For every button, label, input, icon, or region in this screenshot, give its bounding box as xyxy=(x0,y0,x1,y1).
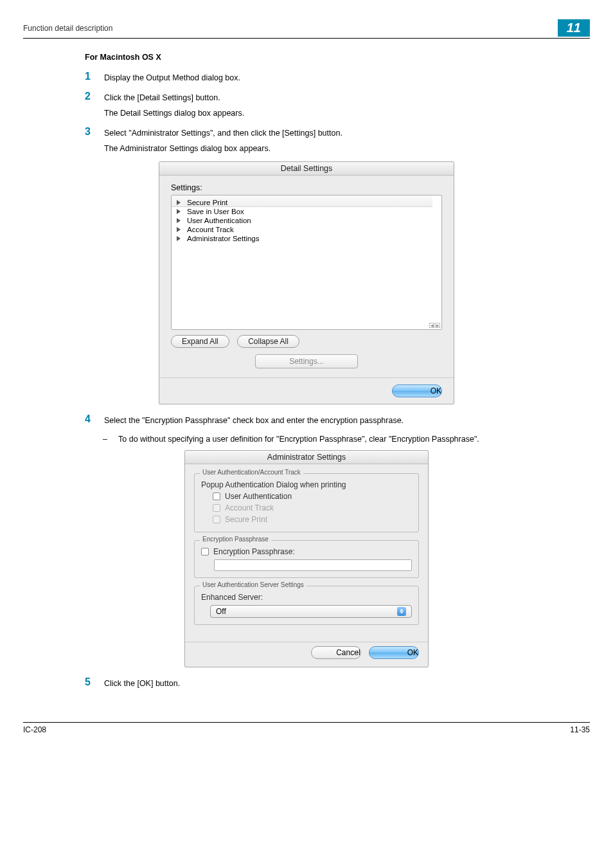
disclosure-triangle-icon xyxy=(177,209,181,214)
step-text: Click the [OK] button. xyxy=(104,676,180,690)
checkbox-icon[interactable] xyxy=(201,548,209,556)
list-item-secure-print[interactable]: Secure Print xyxy=(172,198,441,207)
list-item-label: User Authentication xyxy=(187,217,251,224)
fieldset-user-auth: User Authentication/Account Track Popup … xyxy=(194,473,419,532)
enhanced-server-label: Enhanced Server: xyxy=(201,592,412,603)
settings-listbox[interactable]: Secure Print Save in User Box User Authe… xyxy=(171,195,442,330)
collapse-all-button[interactable]: Collapse All xyxy=(237,335,299,348)
enc-passphrase-checkbox-row[interactable]: Encryption Passphrase: xyxy=(201,546,412,557)
subbullet-text: To do without specifying a user definiti… xyxy=(118,433,479,446)
list-item-user-auth[interactable]: User Authentication xyxy=(172,216,441,225)
list-item-label: Save in User Box xyxy=(187,208,244,215)
list-item-label: Secure Print xyxy=(187,199,227,206)
header-section-label: Function detail description xyxy=(23,24,112,33)
step-number: 4 xyxy=(85,413,104,425)
fieldset-legend: User Authentication/Account Track xyxy=(200,469,303,476)
enhanced-server-select[interactable]: Off xyxy=(210,605,412,618)
ok-button[interactable]: OK xyxy=(392,384,442,397)
step-text-line2: The Detail Settings dialog box appears. xyxy=(104,107,244,120)
list-item-label: Account Track xyxy=(187,226,234,233)
disclosure-triangle-icon xyxy=(177,218,181,223)
step-number: 5 xyxy=(85,676,104,688)
dash: – xyxy=(103,433,118,446)
checkbox-label: Account Track xyxy=(225,503,274,512)
checkbox-label: Secure Print xyxy=(225,515,267,524)
settings-button[interactable]: Settings... xyxy=(255,354,358,368)
dialog-title: Administrator Settings xyxy=(185,451,428,464)
list-item-admin-settings[interactable]: Administrator Settings xyxy=(172,234,441,243)
checkbox-label: User Authentication xyxy=(225,492,292,501)
step-number: 1 xyxy=(85,71,104,82)
expand-all-button[interactable]: Expand All xyxy=(171,335,229,348)
disclosure-triangle-icon xyxy=(177,200,181,205)
page-footer: IC-208 11-35 xyxy=(23,722,590,734)
step-text-line1: Click the [Detail Settings] button. xyxy=(104,92,244,104)
step-4-subbullet: – To do without specifying a user defini… xyxy=(103,433,553,446)
step-4: 4 Select the "Encryption Passphrase" che… xyxy=(85,413,613,427)
step-number: 2 xyxy=(85,91,104,102)
chevron-updown-icon xyxy=(397,607,406,616)
footer-right: 11-35 xyxy=(570,725,590,734)
checkbox-icon xyxy=(213,516,220,523)
step-2: 2 Click the [Detail Settings] button. Th… xyxy=(85,91,613,120)
step-text: Display the Output Method dialog box. xyxy=(104,71,240,84)
step-number: 3 xyxy=(85,126,104,138)
step-5: 5 Click the [OK] button. xyxy=(85,676,613,690)
list-item-account-track[interactable]: Account Track xyxy=(172,225,441,234)
account-track-checkbox-row: Account Track xyxy=(201,502,412,514)
detail-settings-dialog: Detail Settings Settings: Secure Print S… xyxy=(159,161,454,404)
checkbox-label: Encryption Passphrase: xyxy=(213,547,295,556)
step-1: 1 Display the Output Method dialog box. xyxy=(85,71,613,84)
step-3: 3 Select "Administrator Settings", and t… xyxy=(85,126,613,155)
footer-left: IC-208 xyxy=(23,725,46,734)
popup-auth-label: Popup Authentication Dialog when printin… xyxy=(201,479,412,491)
checkbox-icon[interactable] xyxy=(213,493,220,500)
fieldset-encryption: Encryption Passphrase Encryption Passphr… xyxy=(194,540,419,578)
disclosure-triangle-icon xyxy=(177,227,181,232)
dialog-title: Detail Settings xyxy=(159,162,454,176)
step-text-line1: Select "Administrator Settings", and the… xyxy=(104,127,342,140)
checkbox-icon xyxy=(213,504,220,512)
enc-passphrase-input[interactable] xyxy=(214,559,412,571)
chapter-badge: 11 xyxy=(558,19,590,37)
admin-settings-dialog: Administrator Settings User Authenticati… xyxy=(184,450,429,667)
disclosure-triangle-icon xyxy=(177,236,181,241)
list-item-label: Administrator Settings xyxy=(187,235,260,242)
fieldset-legend: User Authentication Server Settings xyxy=(200,581,306,588)
secure-print-checkbox-row: Secure Print xyxy=(201,514,412,525)
fieldset-server-settings: User Authentication Server Settings Enha… xyxy=(194,586,419,625)
list-item-save-user-box[interactable]: Save in User Box xyxy=(172,207,441,216)
cancel-button[interactable]: Cancel xyxy=(311,646,361,659)
select-value: Off xyxy=(216,607,226,616)
fieldset-legend: Encryption Passphrase xyxy=(200,536,271,543)
user-auth-checkbox-row[interactable]: User Authentication xyxy=(201,491,412,502)
step-text: Select the "Encryption Passphrase" check… xyxy=(104,413,404,427)
section-title: For Macintosh OS X xyxy=(85,53,613,62)
ok-button[interactable]: OK xyxy=(369,646,419,659)
horizontal-scroll-indicator[interactable]: ◂▸ xyxy=(429,323,440,328)
settings-label: Settings: xyxy=(171,183,442,192)
page-header: Function detail description 11 xyxy=(23,19,590,39)
step-text-line2: The Administrator Settings dialog box ap… xyxy=(104,143,342,155)
